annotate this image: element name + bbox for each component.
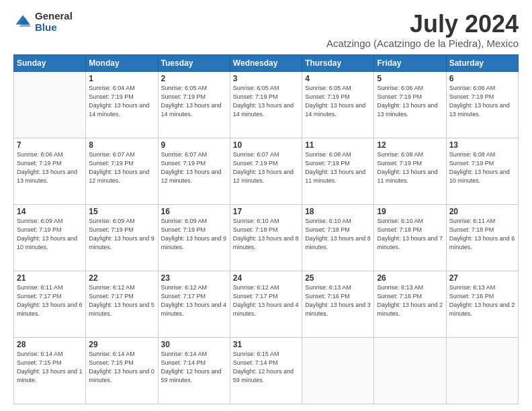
logo-blue-text: Blue: [35, 22, 73, 34]
calendar-cell: 15Sunrise: 6:09 AMSunset: 7:19 PMDayligh…: [86, 204, 158, 271]
day-info: Sunrise: 6:10 AMSunset: 7:18 PMDaylight:…: [305, 217, 371, 252]
day-info: Sunrise: 6:09 AMSunset: 7:19 PMDaylight:…: [161, 217, 227, 252]
calendar-header-thursday: Thursday: [302, 54, 374, 71]
day-info: Sunrise: 6:14 AMSunset: 7:15 PMDaylight:…: [17, 350, 83, 385]
day-number: 12: [377, 140, 443, 150]
day-info: Sunrise: 6:08 AMSunset: 7:19 PMDaylight:…: [377, 150, 443, 185]
calendar-week-row: 28Sunrise: 6:14 AMSunset: 7:15 PMDayligh…: [14, 337, 519, 404]
logo: General Blue: [13, 11, 73, 33]
logo-text: General Blue: [35, 11, 73, 33]
day-number: 16: [161, 207, 227, 216]
calendar-cell: 7Sunrise: 6:06 AMSunset: 7:19 PMDaylight…: [14, 138, 86, 204]
calendar-header-row: SundayMondayTuesdayWednesdayThursdayFrid…: [14, 54, 519, 71]
day-info: Sunrise: 6:09 AMSunset: 7:19 PMDaylight:…: [89, 217, 154, 252]
day-info: Sunrise: 6:09 AMSunset: 7:19 PMDaylight:…: [17, 217, 83, 252]
day-info: Sunrise: 6:07 AMSunset: 7:19 PMDaylight:…: [161, 150, 227, 185]
page: General Blue July 2024 Acatzingo (Acatzi…: [0, 0, 532, 411]
calendar-cell: 18Sunrise: 6:10 AMSunset: 7:18 PMDayligh…: [302, 204, 374, 271]
day-info: Sunrise: 6:04 AMSunset: 7:19 PMDaylight:…: [89, 84, 154, 119]
day-info: Sunrise: 6:05 AMSunset: 7:19 PMDaylight:…: [305, 84, 371, 119]
day-number: 6: [449, 74, 515, 83]
day-number: 7: [17, 140, 83, 150]
day-info: Sunrise: 6:14 AMSunset: 7:15 PMDaylight:…: [89, 350, 154, 385]
header: General Blue July 2024 Acatzingo (Acatzi…: [13, 11, 519, 49]
calendar-header-sunday: Sunday: [14, 54, 86, 71]
day-info: Sunrise: 6:11 AMSunset: 7:17 PMDaylight:…: [17, 283, 83, 318]
day-info: Sunrise: 6:07 AMSunset: 7:19 PMDaylight:…: [89, 150, 154, 185]
calendar-cell: 13Sunrise: 6:08 AMSunset: 7:19 PMDayligh…: [446, 138, 518, 204]
calendar-cell: 21Sunrise: 6:11 AMSunset: 7:17 PMDayligh…: [14, 271, 86, 337]
calendar-cell: 14Sunrise: 6:09 AMSunset: 7:19 PMDayligh…: [14, 204, 86, 271]
calendar-cell: 19Sunrise: 6:10 AMSunset: 7:18 PMDayligh…: [374, 204, 446, 271]
day-number: 3: [233, 74, 299, 83]
calendar-header-saturday: Saturday: [446, 54, 518, 71]
day-number: 14: [17, 207, 83, 216]
calendar-cell: 31Sunrise: 6:15 AMSunset: 7:14 PMDayligh…: [230, 337, 302, 404]
calendar-header-friday: Friday: [374, 54, 446, 71]
day-number: 22: [89, 273, 154, 283]
day-info: Sunrise: 6:13 AMSunset: 7:16 PMDaylight:…: [377, 283, 443, 318]
day-number: 18: [305, 207, 371, 216]
calendar-table: SundayMondayTuesdayWednesdayThursdayFrid…: [13, 54, 519, 404]
calendar-cell: 28Sunrise: 6:14 AMSunset: 7:15 PMDayligh…: [14, 337, 86, 404]
day-info: Sunrise: 6:07 AMSunset: 7:19 PMDaylight:…: [233, 150, 299, 185]
calendar-cell: [302, 337, 374, 404]
calendar-cell: 2Sunrise: 6:05 AMSunset: 7:19 PMDaylight…: [158, 71, 230, 138]
day-number: 8: [89, 140, 154, 150]
calendar-cell: 16Sunrise: 6:09 AMSunset: 7:19 PMDayligh…: [158, 204, 230, 271]
calendar-header-monday: Monday: [86, 54, 158, 71]
calendar-cell: 3Sunrise: 6:05 AMSunset: 7:19 PMDaylight…: [230, 71, 302, 138]
calendar-cell: [374, 337, 446, 404]
day-number: 15: [89, 207, 154, 216]
calendar-header-wednesday: Wednesday: [230, 54, 302, 71]
day-number: 4: [305, 74, 371, 83]
location-title: Acatzingo (Acatzingo de la Piedra), Mexi…: [326, 38, 519, 49]
day-info: Sunrise: 6:06 AMSunset: 7:19 PMDaylight:…: [17, 150, 83, 185]
day-number: 30: [161, 340, 227, 349]
day-info: Sunrise: 6:12 AMSunset: 7:17 PMDaylight:…: [233, 283, 299, 318]
day-number: 24: [233, 273, 299, 283]
day-info: Sunrise: 6:05 AMSunset: 7:19 PMDaylight:…: [161, 84, 227, 119]
day-number: 9: [161, 140, 227, 150]
day-number: 2: [161, 74, 227, 83]
calendar-cell: 1Sunrise: 6:04 AMSunset: 7:19 PMDaylight…: [86, 71, 158, 138]
day-number: 10: [233, 140, 299, 150]
calendar-cell: 22Sunrise: 6:12 AMSunset: 7:17 PMDayligh…: [86, 271, 158, 337]
day-info: Sunrise: 6:12 AMSunset: 7:17 PMDaylight:…: [89, 283, 154, 318]
calendar-cell: [14, 71, 86, 138]
calendar-cell: 12Sunrise: 6:08 AMSunset: 7:19 PMDayligh…: [374, 138, 446, 204]
calendar-cell: 10Sunrise: 6:07 AMSunset: 7:19 PMDayligh…: [230, 138, 302, 204]
logo-icon: [13, 13, 32, 32]
day-info: Sunrise: 6:15 AMSunset: 7:14 PMDaylight:…: [233, 350, 299, 385]
day-info: Sunrise: 6:08 AMSunset: 7:19 PMDaylight:…: [305, 150, 371, 185]
calendar-cell: 20Sunrise: 6:11 AMSunset: 7:18 PMDayligh…: [446, 204, 518, 271]
day-info: Sunrise: 6:06 AMSunset: 7:19 PMDaylight:…: [449, 84, 515, 119]
day-info: Sunrise: 6:10 AMSunset: 7:18 PMDaylight:…: [233, 217, 299, 252]
calendar-cell: 25Sunrise: 6:13 AMSunset: 7:16 PMDayligh…: [302, 271, 374, 337]
day-info: Sunrise: 6:05 AMSunset: 7:19 PMDaylight:…: [233, 84, 299, 119]
calendar-cell: 26Sunrise: 6:13 AMSunset: 7:16 PMDayligh…: [374, 271, 446, 337]
title-block: July 2024 Acatzingo (Acatzingo de la Pie…: [326, 11, 519, 49]
calendar-cell: 29Sunrise: 6:14 AMSunset: 7:15 PMDayligh…: [86, 337, 158, 404]
day-info: Sunrise: 6:06 AMSunset: 7:19 PMDaylight:…: [377, 84, 443, 119]
calendar-cell: 6Sunrise: 6:06 AMSunset: 7:19 PMDaylight…: [446, 71, 518, 138]
calendar-cell: 23Sunrise: 6:12 AMSunset: 7:17 PMDayligh…: [158, 271, 230, 337]
day-info: Sunrise: 6:13 AMSunset: 7:16 PMDaylight:…: [305, 283, 371, 318]
day-number: 27: [449, 273, 515, 283]
day-info: Sunrise: 6:11 AMSunset: 7:18 PMDaylight:…: [449, 217, 515, 252]
calendar-week-row: 1Sunrise: 6:04 AMSunset: 7:19 PMDaylight…: [14, 71, 519, 138]
calendar-cell: [446, 337, 518, 404]
calendar-cell: 30Sunrise: 6:14 AMSunset: 7:14 PMDayligh…: [158, 337, 230, 404]
calendar-cell: 9Sunrise: 6:07 AMSunset: 7:19 PMDaylight…: [158, 138, 230, 204]
calendar-week-row: 7Sunrise: 6:06 AMSunset: 7:19 PMDaylight…: [14, 138, 519, 204]
calendar-cell: 11Sunrise: 6:08 AMSunset: 7:19 PMDayligh…: [302, 138, 374, 204]
day-number: 13: [449, 140, 515, 150]
day-number: 28: [17, 340, 83, 349]
calendar-cell: 5Sunrise: 6:06 AMSunset: 7:19 PMDaylight…: [374, 71, 446, 138]
calendar-week-row: 21Sunrise: 6:11 AMSunset: 7:17 PMDayligh…: [14, 271, 519, 337]
calendar-cell: 27Sunrise: 6:13 AMSunset: 7:16 PMDayligh…: [446, 271, 518, 337]
day-number: 26: [377, 273, 443, 283]
day-number: 11: [305, 140, 371, 150]
day-number: 23: [161, 273, 227, 283]
day-info: Sunrise: 6:10 AMSunset: 7:18 PMDaylight:…: [377, 217, 443, 252]
